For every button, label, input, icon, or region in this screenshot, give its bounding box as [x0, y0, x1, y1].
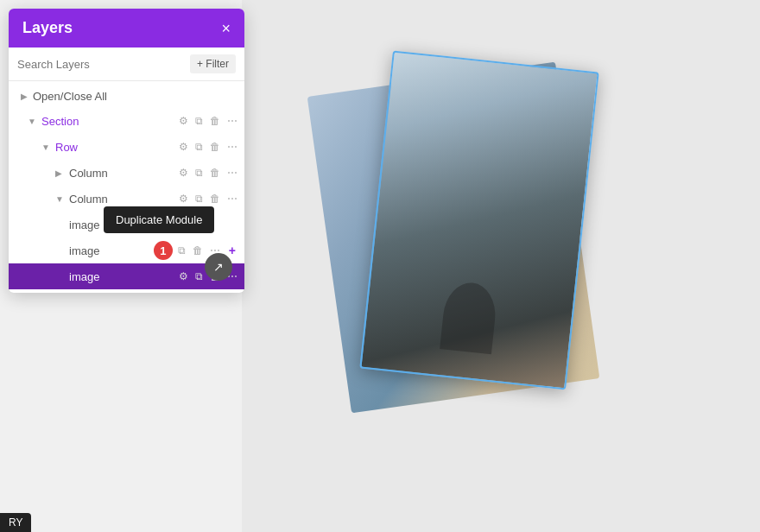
layer-name-image1: image: [69, 218, 239, 231]
layer-icons-col2: ⚙ ⧉ 🗑 ⋯: [177, 192, 239, 206]
gear-icon-col1[interactable]: ⚙: [177, 166, 190, 180]
duplicate-icon-img3[interactable]: ⧉: [193, 269, 205, 283]
gear-icon[interactable]: ⚙: [177, 114, 190, 128]
layer-row-section[interactable]: ▼ Section ⚙ ⧉ 🗑 ⋯: [9, 108, 244, 134]
layer-name-image2: image: [69, 244, 150, 257]
trash-icon-img2[interactable]: 🗑: [191, 244, 205, 257]
arrow-icon: ↗: [213, 260, 224, 274]
gear-icon-row[interactable]: ⚙: [177, 140, 190, 154]
trash-icon[interactable]: 🗑: [208, 114, 222, 128]
layer-row-row[interactable]: ▼ Row ⚙ ⧉ 🗑 ⋯: [9, 134, 244, 160]
photo-front: [359, 50, 598, 390]
layer-icons-col1: ⚙ ⧉ 🗑 ⋯: [177, 166, 239, 180]
canvas-area: [242, 0, 760, 532]
layer-row-image1[interactable]: image Duplicate Module: [9, 212, 244, 238]
more-icon-col2[interactable]: ⋯: [225, 192, 239, 206]
layer-icons-row: ⚙ ⧉ 🗑 ⋯: [177, 140, 239, 154]
chevron-right-icon-col1: ▶: [55, 168, 66, 178]
search-input[interactable]: [17, 58, 185, 71]
layers-header: Layers ×: [9, 9, 244, 48]
layers-panel: Layers × + Filter ▶ Open/Close All ▼ Sec…: [9, 9, 244, 293]
filter-button[interactable]: + Filter: [190, 54, 236, 73]
chevron-down-icon-col2: ▼: [55, 194, 66, 204]
chevron-right-icon: ▶: [21, 92, 28, 101]
trash-icon-col1[interactable]: 🗑: [208, 166, 222, 180]
layer-name: Section: [41, 115, 174, 128]
layer-name-col1: Column: [69, 167, 174, 180]
layers-title: Layers: [22, 19, 73, 37]
duplicate-icon-col2[interactable]: ⧉: [193, 192, 205, 206]
trash-icon-row[interactable]: 🗑: [208, 140, 222, 154]
more-icon-row[interactable]: ⋯: [225, 140, 239, 154]
more-icon[interactable]: ⋯: [225, 114, 239, 128]
layer-name-row: Row: [55, 141, 174, 154]
duplicate-icon-img2[interactable]: ⧉: [176, 244, 187, 257]
duplicate-icon[interactable]: ⧉: [193, 114, 205, 128]
layer-row-column1[interactable]: ▶ Column ⚙ ⧉ 🗑 ⋯: [9, 160, 244, 186]
chevron-down-icon-row: ▼: [41, 142, 52, 152]
close-button[interactable]: ×: [221, 21, 231, 36]
layer-icons-section: ⚙ ⧉ 🗑 ⋯: [177, 114, 239, 128]
bottom-bar: RY: [0, 513, 31, 532]
gear-icon-col2[interactable]: ⚙: [177, 192, 190, 206]
duplicate-icon-row[interactable]: ⧉: [193, 140, 205, 154]
open-close-label: Open/Close All: [33, 90, 107, 103]
scroll-handle[interactable]: ↗: [205, 253, 232, 281]
gear-icon-img3[interactable]: ⚙: [177, 269, 190, 283]
open-close-all[interactable]: ▶ Open/Close All: [9, 85, 244, 108]
layer-row-column2[interactable]: ▼ Column ⚙ ⧉ 🗑 ⋯: [9, 186, 244, 212]
duplicate-icon-col1[interactable]: ⧉: [193, 166, 205, 180]
chevron-down-icon: ▼: [28, 117, 38, 126]
trash-icon-col2[interactable]: 🗑: [208, 192, 222, 206]
badge: 1: [154, 241, 173, 260]
layer-name-image3: image: [69, 270, 174, 283]
search-bar: + Filter: [9, 48, 244, 81]
more-icon-col1[interactable]: ⋯: [225, 166, 239, 180]
layer-name-col2: Column: [69, 193, 174, 206]
